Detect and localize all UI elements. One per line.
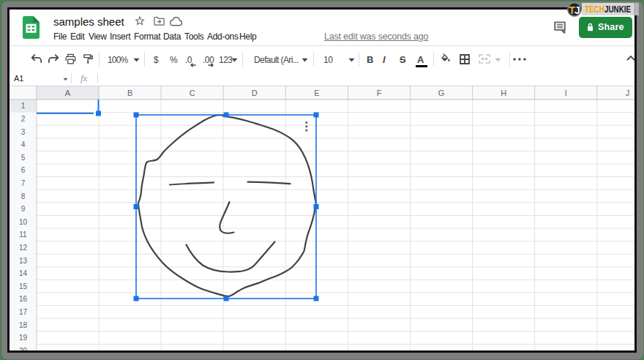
svg-text:D: D	[252, 89, 258, 97]
svg-text:2: 2	[21, 115, 26, 123]
svg-text:J: J	[574, 4, 580, 16]
svg-text:1: 1	[21, 102, 26, 110]
svg-text:18: 18	[19, 321, 28, 329]
svg-text:8: 8	[21, 192, 26, 200]
svg-text:20: 20	[19, 347, 28, 350]
svg-text:C: C	[190, 89, 195, 97]
svg-text:4: 4	[21, 140, 26, 149]
svg-text:F: F	[377, 89, 382, 97]
svg-text:E: E	[314, 89, 319, 97]
svg-text:B: B	[127, 89, 132, 97]
svg-text:6: 6	[21, 166, 26, 174]
svg-text:10: 10	[19, 218, 28, 226]
svg-text:A: A	[65, 89, 71, 97]
svg-text:12: 12	[19, 244, 28, 252]
svg-text:3: 3	[21, 128, 26, 136]
svg-text:J: J	[626, 89, 630, 97]
svg-text:I: I	[565, 89, 567, 97]
svg-text:15: 15	[19, 282, 28, 290]
svg-text:5: 5	[21, 154, 26, 162]
svg-text:9: 9	[21, 205, 26, 213]
svg-text:H: H	[501, 89, 506, 97]
svg-text:11: 11	[19, 230, 27, 239]
svg-text:G: G	[438, 89, 445, 97]
svg-text:17: 17	[19, 308, 28, 316]
svg-text:7: 7	[21, 179, 26, 187]
svg-text:16: 16	[19, 295, 28, 303]
svg-text:19: 19	[19, 334, 28, 342]
svg-text:14: 14	[19, 269, 28, 277]
svg-text:13: 13	[19, 257, 28, 265]
